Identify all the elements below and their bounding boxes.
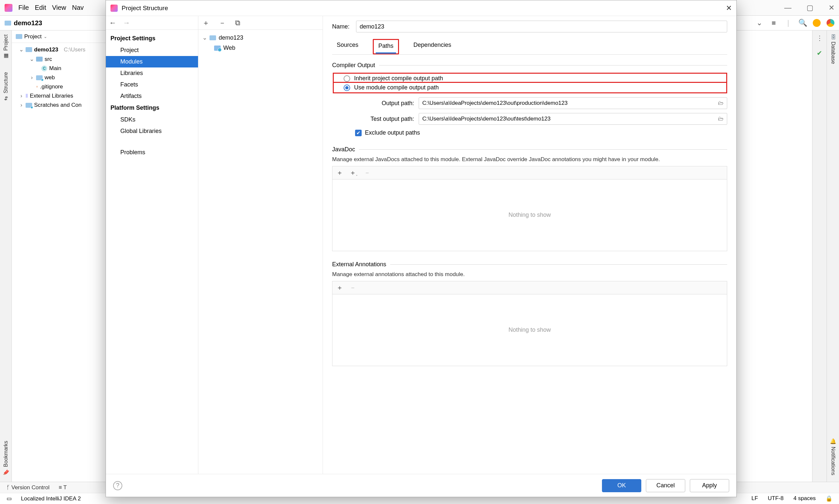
rail-database-tab[interactable]: 🗄Database: [830, 34, 836, 64]
menu-file[interactable]: File: [18, 4, 29, 12]
module-web-facet[interactable]: Web: [198, 43, 323, 53]
nav-item-global-libraries[interactable]: Global Libraries: [106, 125, 198, 137]
add-icon[interactable]: ＋: [202, 18, 209, 28]
search-icon[interactable]: 🔍: [798, 19, 807, 27]
status-lock-icon[interactable]: 🔒: [825, 495, 833, 502]
tab-todo[interactable]: ≡ T: [59, 484, 67, 491]
dialog-header: Project Structure ✕: [106, 0, 736, 16]
module-icon: [209, 35, 216, 40]
dialog-footer: ? OK Cancel Apply: [106, 474, 736, 497]
nav-item-problems[interactable]: Problems: [106, 147, 198, 158]
rail-project-tab[interactable]: ▦Project: [3, 34, 9, 59]
compiler-output-heading: Compiler Output: [332, 62, 375, 69]
menu-view[interactable]: View: [52, 4, 66, 12]
rail-structure-tab[interactable]: ⇆Structure: [3, 72, 9, 102]
status-indent[interactable]: 4 spaces: [793, 495, 816, 502]
javadoc-heading: JavaDoc: [332, 146, 355, 153]
status-encoding[interactable]: UTF-8: [768, 495, 784, 502]
nav-back-icon[interactable]: ←: [109, 19, 116, 27]
ok-button[interactable]: OK: [602, 479, 641, 492]
more-icon[interactable]: ⋮: [816, 34, 824, 42]
folder-icon: [5, 21, 11, 25]
tree-main-class[interactable]: CMain: [12, 64, 106, 73]
radio-module-path[interactable]: Use module compile output path: [333, 82, 727, 93]
help-button[interactable]: ?: [113, 481, 122, 490]
run-config-dropdown[interactable]: ⌄: [755, 19, 764, 27]
module-root[interactable]: ⌄demo123: [198, 32, 323, 43]
module-tabs: Sources Paths Dependencies: [332, 39, 727, 55]
project-icon: ▦: [3, 53, 9, 58]
chevron-right-icon: ›: [19, 102, 23, 108]
divider: [359, 149, 727, 150]
nav-item-project[interactable]: Project: [106, 44, 198, 56]
remove-icon[interactable]: －: [219, 18, 226, 28]
copy-icon[interactable]: ⧉: [235, 19, 240, 27]
add-icon[interactable]: ＋: [337, 168, 343, 177]
add-icon[interactable]: ＋: [337, 283, 343, 292]
checkbox-checked-icon: ✔: [355, 130, 362, 136]
nav-header-platform-settings: Platform Settings: [106, 102, 198, 114]
breadcrumb[interactable]: demo123: [5, 19, 42, 27]
browse-folder-icon[interactable]: 🗁: [718, 100, 724, 106]
tree-src[interactable]: ⌄src: [12, 54, 106, 64]
minimize-icon[interactable]: ―: [784, 4, 791, 12]
nav-item-artifacts[interactable]: Artifacts: [106, 90, 198, 102]
checkmark-icon[interactable]: ✔: [816, 49, 824, 57]
radio-off-icon: [344, 75, 350, 82]
external-annotations-toolbar: ＋ －: [332, 281, 727, 294]
dropdown-icon[interactable]: ⌄: [44, 34, 47, 39]
project-structure-dialog: Project Structure ✕ ← → Project Settings…: [106, 0, 737, 497]
tab-dependencies[interactable]: Dependencies: [409, 39, 456, 54]
chevron-down-icon: ⌄: [30, 56, 34, 62]
close-icon[interactable]: ✕: [828, 4, 834, 12]
exclude-output-checkbox[interactable]: ✔ Exclude output paths: [332, 129, 727, 136]
left-tool-rail: ▦Project ⇆Structure 🔖Bookmarks: [0, 31, 12, 482]
nav-item-libraries[interactable]: Libraries: [106, 68, 198, 79]
menu-navigate[interactable]: Nav: [72, 4, 84, 12]
scratch-folder-icon: [25, 103, 32, 108]
folder-icon: [16, 34, 22, 39]
bell-icon: 🔔: [830, 438, 836, 445]
project-tool-window: Project ⌄ ⌄demo123 C:\Users ⌄src CMain ›…: [12, 31, 107, 482]
output-path-input[interactable]: C:\Users\a\IdeaProjects\demo123\out\prod…: [419, 97, 727, 109]
external-annotations-list: Nothing to show: [332, 294, 727, 366]
update-icon[interactable]: [813, 19, 821, 27]
dialog-close-button[interactable]: ✕: [726, 4, 732, 13]
library-icon: ⫴: [25, 93, 28, 99]
module-name-input[interactable]: [356, 21, 727, 32]
rail-notifications-tab[interactable]: 🔔Notifications: [830, 438, 836, 475]
tree-gitignore[interactable]: ◦.gitignore: [12, 82, 106, 91]
status-widget-icon[interactable]: ▭: [6, 495, 12, 502]
radio-inherit-path[interactable]: Inherit project compile output path: [333, 73, 727, 82]
tree-ext-libs[interactable]: ›⫴External Libraries: [12, 91, 106, 101]
menu-edit[interactable]: Edit: [35, 4, 46, 12]
source-folder-icon: [36, 57, 42, 61]
apply-button[interactable]: Apply: [690, 479, 729, 492]
tab-version-control[interactable]: ᚶ Version Control: [6, 484, 50, 491]
rail-bookmarks-tab[interactable]: 🔖Bookmarks: [3, 441, 9, 475]
class-icon: C: [41, 66, 47, 71]
nav-header-project-settings: Project Settings: [106, 32, 198, 44]
nav-item-facets[interactable]: Facets: [106, 79, 198, 90]
run-button[interactable]: ■: [770, 19, 778, 27]
tree-web[interactable]: ›web: [12, 73, 106, 82]
status-message: Localized IntelliJ IDEA 2: [21, 496, 81, 502]
window-controls: ― ▢ ✕: [784, 4, 834, 12]
tab-sources[interactable]: Sources: [332, 39, 363, 54]
javadoc-toolbar: ＋ ＋◦ －: [332, 166, 727, 179]
nav-item-sdks[interactable]: SDKs: [106, 114, 198, 125]
test-output-path-input[interactable]: C:\Users\a\IdeaProjects\demo123\out\test…: [419, 113, 727, 125]
right-tool-rail: 🗄Database 🔔Notifications: [826, 31, 839, 482]
maximize-icon[interactable]: ▢: [807, 4, 814, 12]
status-line-sep[interactable]: LF: [751, 495, 758, 502]
tab-paths[interactable]: Paths: [373, 39, 399, 54]
ide-logo-icon: [5, 4, 13, 12]
tree-scratches[interactable]: ›Scratches and Con: [12, 101, 106, 110]
cancel-button[interactable]: Cancel: [646, 479, 685, 492]
browse-folder-icon[interactable]: 🗁: [718, 115, 724, 122]
module-list-toolbar: ＋ － ⧉: [198, 16, 323, 30]
tree-root[interactable]: ⌄demo123 C:\Users: [12, 45, 106, 54]
add-url-icon[interactable]: ＋◦: [349, 168, 357, 177]
nav-item-modules[interactable]: Modules: [106, 56, 198, 68]
ide-services-icon[interactable]: [826, 19, 834, 27]
